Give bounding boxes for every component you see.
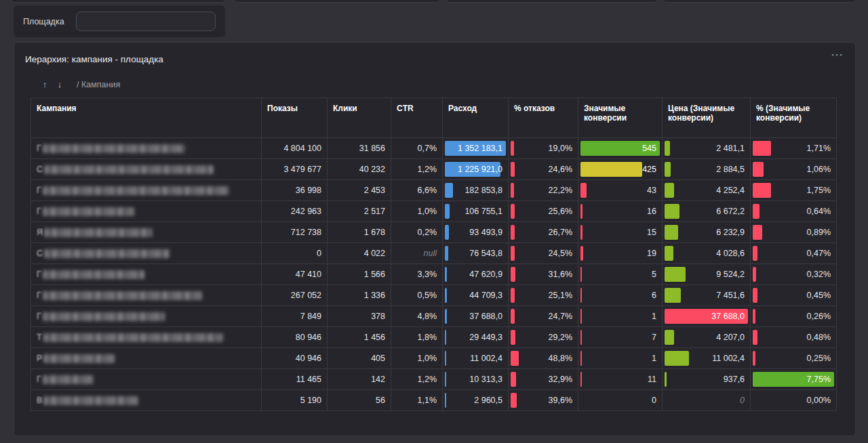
- widget-menu-icon[interactable]: ⋯: [831, 48, 844, 62]
- metric-value: 15: [647, 228, 660, 237]
- metric-bar: [580, 183, 587, 198]
- metric-value: 1 566: [364, 270, 385, 279]
- table-row[interactable]: Г267 0521 3360,5%44 709,325,1%67 451,60,…: [31, 285, 837, 306]
- metric-bar: [511, 393, 517, 408]
- campaign-name-redacted: [43, 333, 223, 342]
- campaign-initial: Г: [37, 186, 41, 195]
- table-row[interactable]: Г242 9632 5171,0%106 755,125,6%166 672,2…: [31, 201, 837, 222]
- metric-cell: 142: [328, 369, 391, 390]
- metric-cell: 36 998: [262, 180, 328, 201]
- sort-descending-button[interactable]: ↓: [52, 79, 67, 89]
- metric-cell: 5: [578, 264, 663, 285]
- metric-value: 9 524,2: [716, 270, 748, 279]
- metric-cell: 7,75%: [751, 369, 837, 390]
- campaign-cell[interactable]: Г: [31, 138, 262, 159]
- campaign-initial: Я: [37, 228, 43, 237]
- campaign-cell[interactable]: Г: [31, 285, 262, 306]
- metric-bar: [580, 204, 583, 219]
- table-row[interactable]: Г4 804 10031 8560,7%1 352 183,119,0%5452…: [31, 138, 837, 159]
- campaign-table: КампанияПоказыКликиCTRРасход% отказовЗна…: [31, 98, 837, 411]
- metric-cell: 1,06%: [751, 159, 837, 180]
- table-row[interactable]: Г47 4101 5663,3%47 620,931,6%59 524,20,3…: [31, 264, 837, 285]
- metric-value: 7 451,6: [716, 291, 748, 300]
- campaign-initial: С: [37, 165, 43, 174]
- table-row[interactable]: С04 022null76 543,824,5%194 028,60,47%: [31, 243, 837, 264]
- metric-cell: 2 481,1: [663, 138, 751, 159]
- breadcrumb[interactable]: / Кампания: [77, 80, 120, 89]
- metric-cell: 1,75%: [751, 180, 837, 201]
- metric-bar: [753, 246, 757, 261]
- column-header[interactable]: Кампания: [31, 98, 262, 138]
- metric-value: 1: [652, 354, 660, 363]
- metric-value: 2 884,5: [716, 165, 748, 174]
- metric-bar: [511, 288, 515, 303]
- table-row[interactable]: Я712 7381 6780,2%93 493,926,7%156 232,90…: [31, 222, 837, 243]
- column-header[interactable]: Клики: [328, 98, 391, 138]
- table-row[interactable]: Г11 4651421,2%10 313,332,9%11937,67,75%: [31, 369, 837, 390]
- metric-bar: [445, 288, 447, 303]
- metric-cell: 6 672,2: [663, 201, 751, 222]
- campaign-cell[interactable]: Г: [31, 306, 262, 327]
- metric-value: 44 709,3: [469, 291, 506, 300]
- campaign-cell[interactable]: В: [31, 390, 262, 411]
- metric-value: 11 465: [296, 375, 321, 384]
- metric-bar: [580, 351, 582, 366]
- table-row[interactable]: В5 190561,1%2 960,539,6%000,00%: [31, 390, 837, 411]
- metric-value: 26,7%: [549, 228, 576, 237]
- column-header[interactable]: Цена (Значимые конверсии): [663, 98, 751, 138]
- campaign-cell[interactable]: Г: [31, 264, 262, 285]
- campaign-cell[interactable]: Г: [31, 369, 262, 390]
- sort-ascending-button[interactable]: ↑: [37, 79, 52, 89]
- metric-bar: [445, 309, 447, 324]
- metric-cell: 0,2%: [391, 222, 443, 243]
- table-row[interactable]: С3 479 67740 2321,2%1 225 921,024,6%4252…: [31, 159, 837, 180]
- metric-cell: 4 207,0: [663, 327, 751, 348]
- column-header[interactable]: % (Значимые конверсии): [751, 98, 837, 138]
- metric-value: 7,75%: [807, 375, 834, 384]
- column-header[interactable]: CTR: [391, 98, 443, 138]
- metric-value: 0,47%: [807, 249, 834, 258]
- metric-value: 31,6%: [549, 270, 576, 279]
- top-panel-cutoff-4: [663, 0, 856, 3]
- metric-cell: 7: [578, 327, 663, 348]
- campaign-cell[interactable]: Р: [31, 348, 262, 369]
- column-header[interactable]: Значимые конверсии: [578, 98, 663, 138]
- metric-value: 24,5%: [549, 249, 576, 258]
- metric-bar: [445, 393, 446, 408]
- metric-bar: [665, 204, 679, 219]
- metric-bar: [665, 330, 674, 345]
- metric-bar: [753, 141, 771, 156]
- metric-bar: [511, 267, 515, 282]
- campaign-cell[interactable]: С: [31, 243, 262, 264]
- metric-cell: 24,7%: [509, 306, 578, 327]
- metric-value: 182 853,8: [465, 186, 506, 195]
- metric-bar: [753, 225, 762, 240]
- metric-cell: 2 884,5: [663, 159, 751, 180]
- metric-cell: 40 946: [262, 348, 328, 369]
- platform-filter-input[interactable]: [76, 12, 216, 31]
- campaign-cell[interactable]: Т: [31, 327, 262, 348]
- campaign-cell[interactable]: Г: [31, 201, 262, 222]
- metric-bar: [753, 309, 755, 324]
- metric-cell: 712 738: [262, 222, 328, 243]
- metric-bar: [753, 267, 756, 282]
- campaign-cell[interactable]: С: [31, 159, 262, 180]
- campaign-initial: Г: [37, 291, 41, 300]
- metric-cell: 4,8%: [391, 306, 443, 327]
- campaign-cell[interactable]: Я: [31, 222, 262, 243]
- table-row[interactable]: Г7 8493784,8%37 688,024,7%137 688,00,26%: [31, 306, 837, 327]
- metric-value: 3,3%: [418, 270, 437, 279]
- metric-cell: 44 709,3: [443, 285, 509, 306]
- metric-bar: [511, 141, 514, 156]
- column-header[interactable]: Расход: [443, 98, 509, 138]
- table-row[interactable]: Г36 9982 4536,6%182 853,822,2%434 252,41…: [31, 180, 837, 201]
- metric-value: 36 998: [296, 186, 321, 195]
- column-header[interactable]: Показы: [262, 98, 328, 138]
- campaign-cell[interactable]: Г: [31, 180, 262, 201]
- metric-cell: 0,7%: [391, 138, 443, 159]
- column-header[interactable]: % отказов: [509, 98, 578, 138]
- table-row[interactable]: Т80 9461 4561,8%29 449,329,2%74 207,00,4…: [31, 327, 837, 348]
- metric-value: 0,32%: [807, 270, 834, 279]
- metric-cell: 405: [328, 348, 391, 369]
- table-row[interactable]: Р40 9464051,0%11 002,448,8%111 002,40,25…: [31, 348, 837, 369]
